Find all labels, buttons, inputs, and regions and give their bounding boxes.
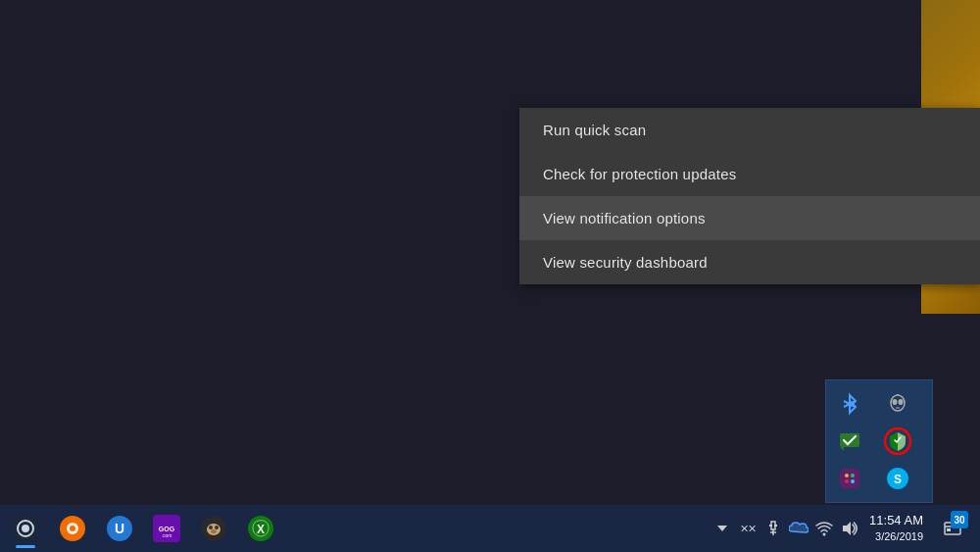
taskbar-gog[interactable]: GOG .com bbox=[145, 507, 188, 550]
tray-messenger[interactable] bbox=[832, 424, 867, 459]
clock[interactable]: 11:54 AM 3/26/2019 bbox=[865, 512, 927, 545]
svg-point-42 bbox=[851, 479, 855, 483]
taskbar-left: U GOG .com bbox=[0, 507, 282, 550]
taskbar-xbox[interactable]: X bbox=[239, 507, 282, 550]
svg-text:U: U bbox=[115, 521, 124, 536]
svg-point-33 bbox=[899, 399, 904, 405]
tray-chevron[interactable] bbox=[712, 519, 732, 538]
svg-rect-38 bbox=[840, 469, 859, 488]
action-center-button[interactable]: 30 bbox=[933, 505, 972, 552]
tray-volume-icon[interactable] bbox=[840, 519, 859, 538]
svg-point-40 bbox=[851, 474, 855, 477]
menu-item-view-security-dashboard[interactable]: View security dashboard bbox=[519, 240, 980, 284]
tray-windows-security[interactable] bbox=[880, 424, 915, 459]
tray-wifi-icon[interactable] bbox=[814, 519, 834, 538]
svg-marker-25 bbox=[843, 522, 851, 535]
taskbar-steam[interactable] bbox=[4, 507, 47, 550]
svg-text:.com: .com bbox=[162, 532, 172, 538]
menu-item-run-quick-scan[interactable]: Run quick scan bbox=[519, 108, 980, 152]
notification-count: 30 bbox=[951, 511, 968, 528]
svg-point-5 bbox=[70, 526, 75, 531]
svg-point-2 bbox=[22, 525, 29, 532]
tray-alienware[interactable] bbox=[880, 386, 915, 422]
svg-rect-22 bbox=[769, 525, 772, 527]
context-menu: Run quick scan Check for protection upda… bbox=[519, 108, 980, 284]
svg-rect-28 bbox=[947, 528, 951, 531]
tray-bluetooth[interactable] bbox=[832, 386, 867, 422]
tray-close-icon[interactable]: ✕✕ bbox=[738, 519, 758, 538]
svg-text:S: S bbox=[894, 473, 902, 486]
desktop: Run quick scan Check for protection upda… bbox=[0, 0, 980, 552]
tray-usb-icon[interactable] bbox=[763, 519, 783, 538]
svg-point-24 bbox=[823, 533, 826, 536]
menu-item-check-protection-updates[interactable]: Check for protection updates bbox=[519, 152, 980, 196]
clock-date: 3/26/2019 bbox=[875, 529, 923, 544]
tray-onedrive-icon[interactable] bbox=[789, 519, 808, 538]
svg-point-14 bbox=[215, 526, 219, 529]
clock-time: 11:54 AM bbox=[869, 512, 923, 529]
svg-text:GOG: GOG bbox=[159, 526, 175, 532]
tray-skype[interactable]: S bbox=[880, 461, 915, 496]
taskbar: U GOG .com bbox=[0, 505, 980, 552]
tray-slack[interactable] bbox=[832, 461, 867, 496]
svg-point-32 bbox=[893, 399, 898, 405]
taskbar-origin[interactable] bbox=[51, 507, 94, 550]
svg-point-15 bbox=[211, 529, 217, 533]
svg-marker-18 bbox=[717, 526, 727, 531]
tray-popup: S bbox=[825, 379, 933, 503]
svg-point-13 bbox=[209, 526, 213, 529]
taskbar-right: ✕✕ bbox=[712, 505, 980, 552]
svg-text:X: X bbox=[257, 523, 265, 536]
svg-point-39 bbox=[845, 474, 849, 477]
menu-item-view-notification-options[interactable]: View notification options bbox=[519, 196, 980, 240]
taskbar-ubisoft[interactable]: U bbox=[98, 507, 141, 550]
svg-rect-23 bbox=[774, 525, 777, 527]
svg-point-41 bbox=[845, 479, 849, 483]
taskbar-gimp[interactable] bbox=[192, 507, 235, 550]
